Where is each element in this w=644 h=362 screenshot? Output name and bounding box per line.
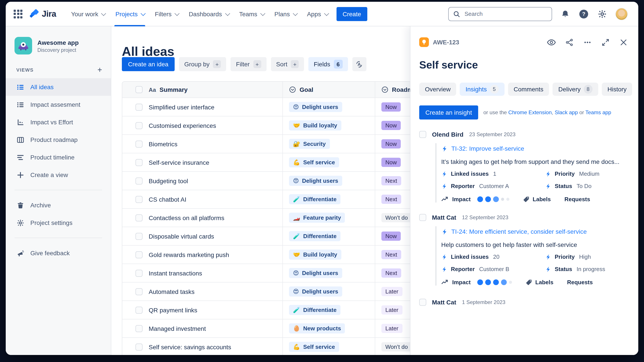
jira-logo[interactable]: Jira [30, 9, 56, 19]
goal-pill[interactable]: 💪Self service [289, 342, 339, 352]
impact-rating[interactable] [477, 196, 510, 202]
group-by-button[interactable]: Group by+ [179, 57, 226, 71]
table-row[interactable]: Gold rewards marketing push 🤝Build loyal… [122, 245, 429, 264]
app-switcher-icon[interactable] [14, 9, 22, 18]
goal-pill[interactable]: 💪Self service [289, 157, 339, 167]
create-insight-button[interactable]: Create an insight [419, 105, 478, 120]
sidebar-item-create-a-view[interactable]: Create a view [6, 166, 111, 184]
idea-summary[interactable]: Automated tasks [149, 282, 282, 301]
roadmap-pill[interactable]: Later [382, 287, 402, 296]
tab-overview[interactable]: Overview [419, 83, 456, 96]
idea-summary[interactable]: Contactless on all platforms [149, 209, 282, 227]
insight-checkbox[interactable] [419, 214, 426, 221]
table-row[interactable]: Disposable virtual cards 🧪Differentiate … [122, 227, 429, 245]
goal-pill[interactable]: 🏎️Feature parity [289, 213, 345, 223]
notifications-bell-icon[interactable] [560, 8, 570, 19]
sidebar-item-archive[interactable]: Archive [6, 196, 111, 214]
create-idea-button[interactable]: Create an idea [122, 57, 175, 71]
table-row[interactable]: Budgeting tool 😍Delight users Next [122, 171, 429, 190]
idea-summary[interactable]: Instant transactions [149, 264, 282, 282]
fields-button[interactable]: Fields6 [308, 57, 348, 71]
sidebar-item-product-timeline[interactable]: Product timeline [6, 149, 111, 166]
table-row[interactable]: Simplified user interface 😍Delight users… [122, 98, 429, 116]
idea-summary[interactable]: QR payment links [149, 301, 282, 319]
nav-projects[interactable]: Projects [110, 2, 150, 26]
field-reporter[interactable]: ReporterCustomer A [441, 183, 545, 189]
field-priority[interactable]: PriorityMedium [545, 171, 628, 177]
idea-summary[interactable]: Biometrics [149, 135, 282, 153]
goal-pill[interactable]: 😍Delight users [289, 102, 342, 112]
roadmap-pill[interactable]: Next [382, 250, 401, 259]
insight-checkbox[interactable] [419, 131, 426, 138]
table-row[interactable]: Customised experiences 🤝Build loyalty No… [122, 116, 429, 134]
roadmap-pill[interactable]: Now [382, 158, 401, 167]
nav-dashboards[interactable]: Dashboards [184, 2, 234, 26]
slack-app-link[interactable]: Slack app [555, 109, 578, 116]
goal-pill[interactable]: 😍Delight users [289, 268, 342, 278]
expand-icon[interactable] [600, 37, 610, 47]
close-icon[interactable] [618, 37, 628, 47]
goal-pill[interactable]: 🔐Security [289, 139, 330, 149]
user-avatar[interactable] [616, 8, 628, 20]
roadmap-pill[interactable]: Later [382, 324, 402, 333]
help-icon[interactable]: ? [578, 8, 589, 19]
goal-pill[interactable]: 🤝Build loyalty [289, 250, 341, 260]
chrome-extension-link[interactable]: Chrome Extension [508, 109, 552, 116]
sidebar-item-all-ideas[interactable]: All ideas [6, 78, 111, 96]
sidebar-item-impact-vs-effort[interactable]: Impact vs Effort [6, 113, 111, 131]
idea-summary[interactable]: Self-service insurance [149, 153, 282, 171]
table-row[interactable]: Instant transactions 😍Delight users Next [122, 264, 429, 282]
translate-sort-button[interactable]: A [352, 57, 366, 71]
sort-button[interactable]: Sort+ [271, 57, 304, 71]
settings-gear-icon[interactable] [597, 8, 608, 19]
create-button[interactable]: Create [336, 7, 367, 21]
field-priority[interactable]: PriorityHigh [545, 253, 628, 260]
table-row[interactable]: Automated tasks 😍Delight users Later [122, 282, 429, 301]
requests-field[interactable]: Requests [564, 196, 590, 202]
linked-ticket[interactable]: TI-32: Improve self-service [441, 143, 628, 154]
labels-field[interactable]: Labels [526, 279, 554, 285]
nav-apps[interactable]: Apps [302, 2, 333, 26]
roadmap-pill[interactable]: Now [382, 121, 401, 130]
idea-summary[interactable]: Simplified user interface [149, 98, 282, 116]
goal-pill[interactable]: 😍Delight users [289, 286, 342, 297]
requests-field[interactable]: Requests [567, 279, 593, 285]
nav-your-work[interactable]: Your work [66, 2, 110, 26]
idea-summary[interactable]: Self service: savings accounts [149, 338, 282, 355]
filter-button[interactable]: Filter+ [231, 57, 266, 71]
goal-pill[interactable]: 🥚New products [289, 323, 345, 334]
tab-insights[interactable]: Insights5 [460, 83, 504, 96]
idea-summary[interactable]: Managed investment [149, 319, 282, 337]
goal-pill[interactable]: 🧪Differentiate [289, 194, 340, 204]
roadmap-pill[interactable]: Won’t do [382, 213, 412, 222]
roadmap-pill[interactable]: Now [382, 139, 401, 149]
idea-summary[interactable]: Customised experiences [149, 116, 282, 134]
table-row[interactable]: Self service: savings accounts 💪Self ser… [122, 337, 429, 355]
nav-teams[interactable]: Teams [234, 2, 269, 26]
column-header-goal[interactable]: Goal [282, 82, 375, 98]
row-checkbox[interactable] [136, 122, 142, 129]
teams-app-link[interactable]: Teams app [586, 109, 611, 116]
sidebar-item-impact-assesment[interactable]: Impact assesment [6, 96, 111, 113]
idea-summary[interactable]: Disposable virtual cards [149, 227, 282, 245]
row-checkbox[interactable] [136, 270, 142, 277]
sidebar-item-give-feedback[interactable]: Give feedback [6, 244, 111, 262]
roadmap-pill[interactable]: Now [382, 102, 401, 112]
table-row[interactable]: CS chatbot AI 🧪Differentiate Next [122, 190, 429, 208]
idea-summary[interactable]: Gold rewards marketing push [149, 246, 282, 264]
tab-comments[interactable]: Comments [508, 83, 549, 96]
roadmap-pill[interactable]: Now [382, 231, 401, 241]
row-checkbox[interactable] [136, 325, 142, 332]
table-row[interactable]: QR payment links 🧪Differentiate Later [122, 301, 429, 319]
field-status[interactable]: StatusIn progress [545, 266, 628, 272]
table-row[interactable]: Contactless on all platforms 🏎️Feature p… [122, 208, 429, 227]
row-checkbox[interactable] [136, 103, 142, 111]
goal-pill[interactable]: 🤝Build loyalty [289, 120, 341, 131]
row-checkbox[interactable] [136, 140, 142, 147]
roadmap-pill[interactable]: Next [382, 176, 401, 185]
row-checkbox[interactable] [136, 159, 142, 166]
field-reporter[interactable]: ReporterCustomer B [441, 266, 545, 272]
idea-summary[interactable]: Budgeting tool [149, 172, 282, 190]
row-checkbox[interactable] [136, 251, 142, 258]
impact-rating[interactable] [477, 279, 512, 285]
